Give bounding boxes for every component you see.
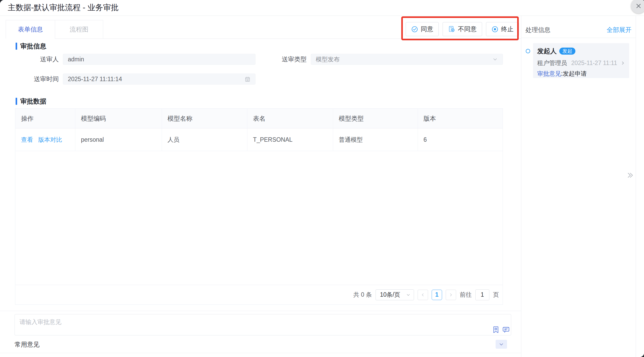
cell-version: 6 <box>418 128 503 151</box>
chevron-left-icon <box>420 293 425 297</box>
panel-header-divider <box>521 38 636 38</box>
view-link[interactable]: 查看 <box>21 136 33 143</box>
col-header-model-name: 模型名称 <box>162 109 247 128</box>
chevron-down-icon <box>498 341 504 347</box>
chevron-down-icon <box>406 293 411 297</box>
stop-circle-icon <box>491 26 498 33</box>
document-x-icon <box>448 25 455 33</box>
collapse-panel-icon[interactable] <box>626 171 634 179</box>
col-header-model-type: 模型类型 <box>333 109 418 128</box>
chevron-down-icon <box>492 56 498 62</box>
section-approval-data-title: 审批数据 <box>20 97 46 106</box>
col-header-model-code: 模型编码 <box>75 109 162 128</box>
initiate-badge: 发起 <box>559 48 575 55</box>
opinion-label: 审批意见 <box>537 70 561 77</box>
chevron-right-icon <box>449 293 453 297</box>
version-compare-link[interactable]: 版本对比 <box>38 136 62 143</box>
sender-label: 送审人 <box>16 54 59 65</box>
approve-button-label: 同意 <box>421 25 433 33</box>
section-approval-info-title: 审批信息 <box>20 42 46 50</box>
col-header-version: 版本 <box>418 109 503 128</box>
time-input[interactable]: 2025-11-27 11:11:14 <box>63 74 255 85</box>
approve-button[interactable]: 同意 <box>406 22 439 36</box>
cell-table-name: T_PERSONAL <box>247 128 333 151</box>
approval-data-table: 操作 模型编码 模型名称 表名 模型类型 版本 查看版本对 <box>15 108 503 305</box>
close-icon <box>635 2 642 10</box>
cell-model-type: 普通模型 <box>333 128 418 151</box>
comment-section-divider <box>0 311 521 311</box>
reject-button-label: 不同意 <box>458 25 477 33</box>
time-input-value: 2025-11-27 11:11:14 <box>68 76 122 83</box>
circle-check-icon <box>411 26 418 33</box>
common-opinions-label: 常用意见 <box>15 340 40 349</box>
comment-bubble-icon[interactable] <box>503 327 509 333</box>
operator-name: 租户管理员 <box>537 59 567 67</box>
process-info-panel: 处理信息 全部展开 发起人 发起 租户管理员 2025-11-27 11:11 <box>521 16 644 357</box>
time-label: 送审时间 <box>16 74 59 85</box>
page-size-select[interactable]: 10条/页 <box>376 289 414 300</box>
tab-flowchart-label: 流程图 <box>70 25 88 34</box>
opinion-value: :发起申请 <box>561 70 587 77</box>
process-item-card: 发起人 发起 租户管理员 2025-11-27 11:11 审批意见:发起申请 <box>533 43 629 78</box>
common-opinions-dropdown-button[interactable] <box>496 340 507 349</box>
goto-page-input[interactable] <box>475 289 489 300</box>
pagination: 共 0 条 10条/页 1 <box>15 285 503 304</box>
title-bar: 主数据-默认审批流程 - 业务审批 <box>0 0 644 16</box>
main-column: 表单信息 流程图 同意 不同 <box>0 16 521 357</box>
type-label: 送审类型 <box>265 54 307 65</box>
comment-toolbar <box>493 326 509 333</box>
process-panel-title: 处理信息 <box>525 26 550 34</box>
dialog-content: 表单信息 流程图 同意 不同 <box>0 16 644 357</box>
favorite-badge-icon[interactable] <box>493 326 499 333</box>
approval-actions: 同意 不同意 终止 <box>406 22 519 36</box>
section-approval-data: 审批数据 <box>16 97 46 106</box>
process-timestamp: 2025-11-27 11:11 <box>571 60 617 67</box>
goto-label: 前往 <box>460 291 472 299</box>
table-row: 查看版本对比 personal 人员 T_PERSONAL 普通模型 6 <box>15 128 503 151</box>
approval-comment-textarea[interactable] <box>15 314 511 335</box>
section-bar <box>16 98 17 105</box>
initiator-role: 发起人 <box>537 47 557 55</box>
panel-right-border <box>636 16 636 357</box>
section-bar <box>16 43 17 50</box>
sender-input[interactable] <box>63 54 255 65</box>
pagination-total: 共 0 条 <box>353 291 372 299</box>
approval-dialog: 主数据-默认审批流程 - 业务审批 表单信息 流程图 同意 <box>0 0 644 357</box>
footer-divider <box>0 353 521 353</box>
expand-item-chevron-icon[interactable] <box>621 61 625 65</box>
timeline-node-icon <box>526 49 530 53</box>
col-header-table-name: 表名 <box>247 109 333 128</box>
current-page-button[interactable]: 1 <box>432 290 442 300</box>
reject-button[interactable]: 不同意 <box>443 22 482 36</box>
calendar-icon <box>245 76 251 82</box>
section-approval-info: 审批信息 <box>16 42 46 50</box>
cell-model-name: 人员 <box>162 128 247 151</box>
modal-backdrop: 主数据-默认审批流程 - 业务审批 表单信息 流程图 同意 <box>0 0 644 357</box>
tab-form-info[interactable]: 表单信息 <box>6 20 55 39</box>
cell-model-code: personal <box>75 128 162 151</box>
prev-page-button[interactable] <box>418 290 428 300</box>
type-select[interactable]: 模型发布 <box>311 54 503 65</box>
expand-all-link[interactable]: 全部展开 <box>607 26 632 34</box>
page-unit-label: 页 <box>493 291 499 299</box>
terminate-button-label: 终止 <box>501 25 514 33</box>
terminate-button[interactable]: 终止 <box>486 22 519 36</box>
type-select-value: 模型发布 <box>316 55 340 63</box>
col-header-action: 操作 <box>15 109 75 128</box>
tab-flowchart[interactable]: 流程图 <box>55 20 103 39</box>
page-title: 主数据-默认审批流程 - 业务审批 <box>8 0 119 15</box>
next-page-button[interactable] <box>446 290 456 300</box>
table-header-row: 操作 模型编码 模型名称 表名 模型类型 版本 <box>15 109 503 128</box>
page-size-value: 10条/页 <box>380 291 400 299</box>
tab-form-info-label: 表单信息 <box>18 25 43 34</box>
